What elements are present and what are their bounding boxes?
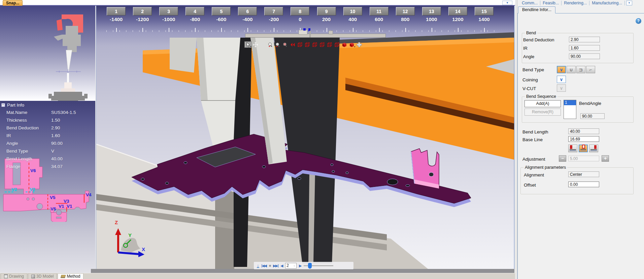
- skip-first-icon[interactable]: |◀◀: [262, 264, 267, 268]
- view-cube-icon-1[interactable]: [296, 41, 303, 48]
- station-value: 200: [322, 16, 331, 22]
- station-button[interactable]: 8: [291, 7, 309, 15]
- station-button[interactable]: 15: [475, 7, 494, 15]
- select-cursor-icon[interactable]: ▾: [244, 41, 251, 48]
- station-button[interactable]: 5: [212, 7, 231, 15]
- group-title: Bend: [525, 31, 537, 35]
- rewind-icon[interactable]: [289, 41, 296, 48]
- render-solid-icon[interactable]: [341, 41, 348, 48]
- baseline-center-button[interactable]: [579, 145, 588, 152]
- station-button[interactable]: 13: [422, 7, 441, 15]
- station-button[interactable]: 10: [343, 7, 362, 15]
- bend-type-step1-button[interactable]: ⊐: [576, 66, 585, 73]
- station-button[interactable]: 12: [396, 7, 415, 15]
- tab-3d-model[interactable]: 3D Model: [28, 273, 57, 279]
- bendline-label-v2[interactable]: V2: [11, 187, 17, 192]
- ir-field[interactable]: 1.60: [569, 45, 600, 51]
- add-button[interactable]: Add(A): [524, 100, 561, 107]
- tab-feasibility[interactable]: Feasib...: [540, 1, 562, 5]
- bendline-label-v2b[interactable]: V2: [30, 187, 35, 192]
- offset-label: Offset: [524, 183, 536, 188]
- ruler-station: 3-1000: [156, 7, 182, 32]
- station-button[interactable]: 3: [159, 7, 178, 15]
- bend-type-v-button[interactable]: ∨: [557, 66, 566, 73]
- tab-drawing[interactable]: Drawing: [1, 273, 27, 279]
- view-cube-icon-6[interactable]: [333, 41, 340, 48]
- bend-type-step2-button[interactable]: ⌐: [586, 66, 595, 73]
- step-value: 2: [286, 263, 289, 268]
- offset-field[interactable]: 0.00: [568, 182, 599, 187]
- previous-step-icon[interactable]: ◀: [281, 264, 283, 268]
- toolbar-overflow-button[interactable]: ▼: [502, 1, 512, 5]
- station-button[interactable]: 6: [238, 7, 257, 15]
- speed-slider[interactable]: [304, 265, 333, 266]
- next-step-icon[interactable]: ▶: [299, 264, 301, 268]
- station-button[interactable]: 14: [448, 7, 467, 15]
- baseline-left-button[interactable]: [568, 145, 577, 152]
- bendline-label-v6[interactable]: V6: [30, 168, 36, 173]
- step-select[interactable]: 2⌄: [285, 263, 297, 269]
- zoom-fit-icon[interactable]: [281, 41, 289, 48]
- remove-button[interactable]: Remove(R): [524, 109, 561, 116]
- zoom-icon[interactable]: [267, 41, 274, 48]
- tab-manufacturing[interactable]: Manufacturing...: [589, 1, 625, 5]
- row-label: Bend Type: [6, 149, 28, 154]
- vcut-button[interactable]: ∨: [557, 84, 566, 92]
- bend-deduction-field[interactable]: 2.90: [569, 37, 600, 42]
- tab-rendering[interactable]: Rendering...: [562, 1, 589, 5]
- bendline-label-v5[interactable]: V5: [50, 195, 56, 200]
- bendline-label-v3[interactable]: V3: [64, 199, 69, 204]
- tab-method[interactable]: Method: [58, 273, 83, 279]
- bendline-label-v5b[interactable]: V5: [50, 206, 56, 211]
- view-cube-icon-2[interactable]: [304, 41, 311, 48]
- rotate-icon[interactable]: [259, 41, 266, 48]
- ruler-station: 11600: [366, 7, 392, 32]
- backgauge-marker-icon: [303, 28, 306, 31]
- view-cube-icon-4[interactable]: [318, 41, 326, 48]
- help-icon[interactable]: ?: [636, 18, 641, 24]
- snap-tab[interactable]: Snap...: [3, 0, 23, 6]
- simulation-playback-bar: ↓ |◀◀ ■ ▶▶| ◀ 2⌄ ▶: [254, 262, 353, 269]
- bendangle-field[interactable]: 90.00: [580, 113, 605, 119]
- 3d-viewport[interactable]: 1-14002-12003-10004-8005-6006-4007-20080…: [96, 6, 514, 273]
- adjustment-field[interactable]: 5.00: [568, 156, 599, 161]
- collapse-icon[interactable]: −: [1, 103, 5, 107]
- stroke-down-icon[interactable]: ↓: [257, 264, 259, 268]
- station-button[interactable]: 7: [264, 7, 283, 15]
- pan-icon[interactable]: [252, 41, 259, 48]
- bendline-label-v4[interactable]: V4: [86, 192, 92, 197]
- move-pad-icon[interactable]: [355, 41, 363, 48]
- angle-field[interactable]: 90.00: [569, 53, 600, 59]
- station-button[interactable]: 11: [370, 7, 388, 15]
- tab-bendline-info[interactable]: Bendline Infor...: [518, 6, 555, 13]
- bend-type-u-button[interactable]: ∪: [567, 66, 576, 73]
- station-button[interactable]: 1: [107, 7, 126, 15]
- tab-command[interactable]: Comm...: [519, 1, 540, 5]
- punch-die-preview-graphic: [0, 6, 95, 101]
- base-line-field[interactable]: 16.69: [568, 136, 599, 142]
- station-button[interactable]: 4: [185, 7, 204, 15]
- skip-last-icon[interactable]: ▶▶|: [273, 264, 278, 268]
- station-button[interactable]: 2: [133, 7, 152, 15]
- bendline-label-v1[interactable]: V1: [59, 204, 64, 209]
- stop-icon[interactable]: ■: [269, 264, 271, 268]
- station-button[interactable]: 9: [317, 7, 336, 15]
- view-cube-icon-5[interactable]: [326, 41, 333, 48]
- baseline-right-button[interactable]: [589, 145, 598, 152]
- slider-thumb[interactable]: [308, 263, 312, 269]
- zoom-window-icon[interactable]: [274, 41, 281, 48]
- adjustment-minus-button[interactable]: −: [559, 155, 566, 162]
- sequence-listbox[interactable]: 1: [564, 100, 576, 119]
- coining-button[interactable]: ∨: [557, 76, 566, 83]
- tabs-overflow-button[interactable]: ▼: [626, 1, 632, 5]
- sequence-item-selected[interactable]: 1: [564, 100, 576, 105]
- view-cube-icon-3[interactable]: [311, 41, 318, 48]
- bend-length-field[interactable]: 40.00: [568, 128, 599, 134]
- ruler-station: 9200: [313, 7, 340, 32]
- ruler-ticks: [366, 27, 392, 32]
- render-solid-menu-icon[interactable]: ▾: [348, 41, 355, 48]
- alignment-field[interactable]: Center: [568, 171, 599, 177]
- bendline-label-v1b[interactable]: V1: [67, 204, 72, 209]
- ruler-station: 12800: [392, 7, 418, 32]
- adjustment-plus-button[interactable]: +: [602, 155, 609, 162]
